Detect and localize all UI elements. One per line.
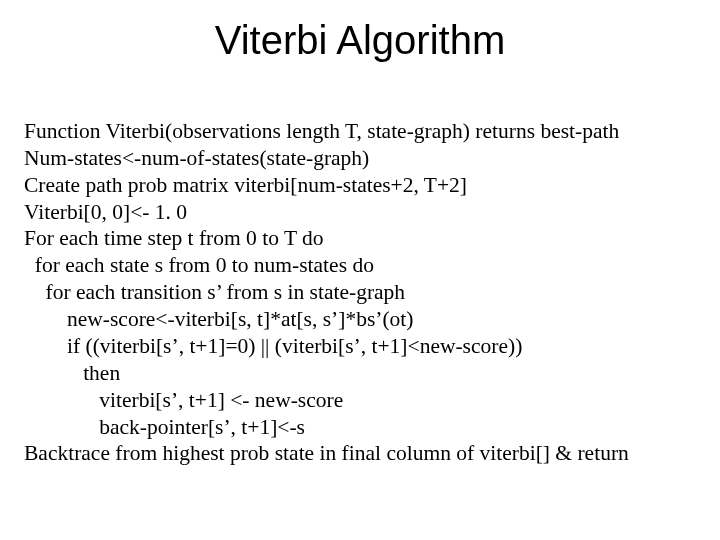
slide-body: Function Viterbi(observations length T, … xyxy=(0,91,720,467)
pseudocode-line: Function Viterbi(observations length T, … xyxy=(24,119,619,143)
slide-title: Viterbi Algorithm xyxy=(0,18,720,63)
pseudocode-line: Create path prob matrix viterbi[num-stat… xyxy=(24,173,467,197)
slide: Viterbi Algorithm Function Viterbi(obser… xyxy=(0,18,720,540)
pseudocode-line: viterbi[s’, t+1] <- new-score xyxy=(24,388,343,412)
pseudocode-line: for each state s from 0 to num-states do xyxy=(24,253,374,277)
pseudocode-line: back-pointer[s’, t+1]<-s xyxy=(24,415,305,439)
pseudocode-line: if ((viterbi[s’, t+1]=0) || (viterbi[s’,… xyxy=(24,334,522,358)
pseudocode-line: For each time step t from 0 to T do xyxy=(24,226,324,250)
pseudocode-line: Backtrace from highest prob state in fin… xyxy=(24,441,629,465)
pseudocode-line: then xyxy=(24,361,120,385)
pseudocode-line: Num-states<-num-of-states(state-graph) xyxy=(24,146,369,170)
pseudocode-line: new-score<-viterbi[s, t]*at[s, s’]*bs’(o… xyxy=(24,307,413,331)
pseudocode-line: for each transition s’ from s in state-g… xyxy=(24,280,405,304)
pseudocode-line: Viterbi[0, 0]<- 1. 0 xyxy=(24,200,187,224)
